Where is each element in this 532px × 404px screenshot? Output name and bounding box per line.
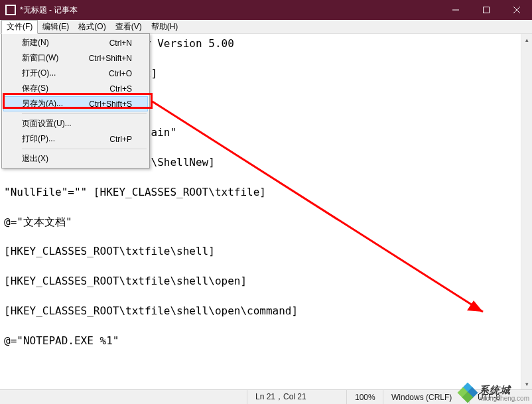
statusbar: Ln 21，Col 21 100% Windows (CRLF) UTF-8 [0,389,532,404]
menu-help[interactable]: 帮助(H) [147,20,183,33]
scroll-up-icon[interactable]: ▴ [521,34,532,45]
menu-separator [22,113,147,114]
status-zoom: 100% [346,390,383,404]
menu-page-setup[interactable]: 页面设置(U)... [3,116,148,131]
status-eol: Windows (CRLF) [383,390,469,404]
app-icon [5,5,16,15]
file-menu-dropdown: 新建(N) Ctrl+N 新窗口(W) Ctrl+Shift+N 打开(O)..… [1,33,150,168]
watermark-logo-icon [459,384,476,401]
watermark: 系统城 xitongcheng.com [459,383,529,403]
menu-exit[interactable]: 退出(X) [3,151,148,167]
menu-save[interactable]: 保存(S) Ctrl+S [3,81,148,96]
minimize-button[interactable] [440,0,471,20]
menubar: 文件(F) 编辑(E) 格式(O) 查看(V) 帮助(H) [0,20,532,34]
status-position: Ln 21，Col 21 [247,390,346,404]
menu-new[interactable]: 新建(N) Ctrl+N [3,35,148,50]
menu-print[interactable]: 打印(P)... Ctrl+P [3,131,148,147]
menu-file[interactable]: 文件(F) [1,20,38,34]
menu-edit[interactable]: 编辑(E) [38,20,74,33]
menu-separator [22,149,147,149]
close-button[interactable] [501,0,532,20]
svg-rect-1 [484,7,490,13]
menu-open[interactable]: 打开(O)... Ctrl+O [3,66,148,81]
maximize-button[interactable] [471,0,501,20]
menu-view[interactable]: 查看(V) [111,20,147,33]
watermark-subtext: xitongcheng.com [479,395,529,402]
titlebar: *无标题 - 记事本 [0,0,532,20]
menu-new-window[interactable]: 新窗口(W) Ctrl+Shift+N [3,50,148,66]
window-title: *无标题 - 记事本 [20,5,78,16]
watermark-text: 系统城 [479,384,511,395]
menu-save-as[interactable]: 另存为(A)... Ctrl+Shift+S [3,96,148,111]
menu-format[interactable]: 格式(O) [74,20,110,33]
vertical-scrollbar[interactable]: ▴ ▾ [521,34,532,389]
